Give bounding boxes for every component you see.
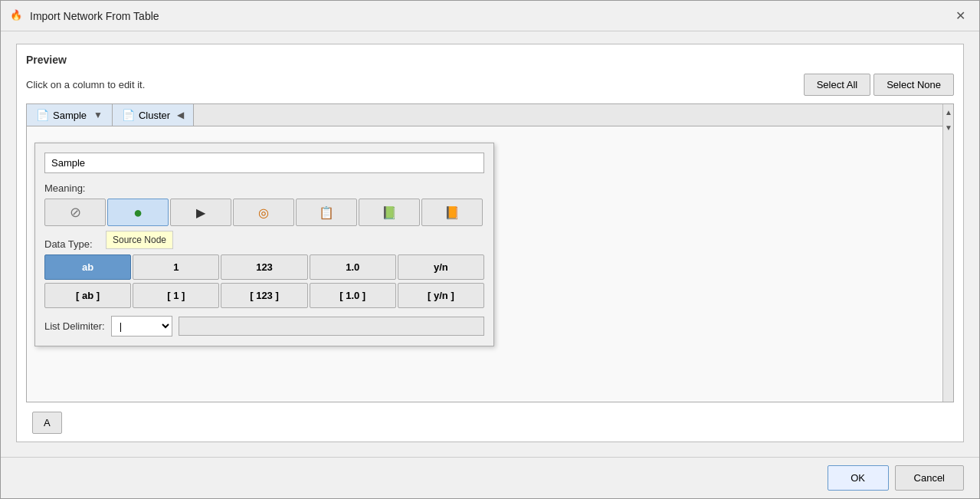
scroll-down-icon: ▼ — [945, 123, 952, 132]
list-delim-select[interactable]: | , ; Tab — [111, 316, 172, 336]
ok-button[interactable]: OK — [828, 465, 889, 491]
sample-tab-icon: 📄 — [36, 109, 49, 121]
window-title: Import Network From Table — [30, 10, 159, 22]
tab-sample-label: Sample — [53, 110, 87, 121]
meaning-source-button[interactable]: ● — [107, 199, 169, 226]
meaning-doc2-button[interactable]: 📗 — [359, 199, 420, 226]
source-icon: ● — [133, 204, 143, 222]
title-bar-left: 🔥 Import Network From Table — [10, 9, 159, 23]
main-dialog: 🔥 Import Network From Table ✕ Preview Cl… — [0, 0, 980, 499]
click-hint: Click on a column to edit it. — [26, 79, 145, 90]
dtype-long-button[interactable]: 123 — [221, 254, 307, 280]
dtype-long-array-button[interactable]: [ 123 ] — [221, 283, 307, 308]
dialog-body: Preview Click on a column to edit it. Se… — [1, 31, 979, 457]
cancel-button[interactable]: Cancel — [895, 465, 964, 491]
select-all-button[interactable]: Select All — [804, 74, 870, 96]
select-none-button[interactable]: Select None — [873, 74, 954, 96]
table-area: 📄 Sample ▼ 📄 Cluster ◀ ▲ — [26, 103, 954, 402]
button-group: Select All Select None — [804, 74, 954, 96]
scrollbar-right[interactable]: ▲ ▼ — [942, 104, 953, 402]
column-name-input[interactable] — [44, 153, 484, 173]
tab-row: 📄 Sample ▼ 📄 Cluster ◀ — [27, 104, 953, 126]
tab-cluster-label: Cluster — [139, 110, 170, 121]
list-delimiter-row: List Delimiter: | , ; Tab — [44, 316, 484, 336]
meaning-buttons: ⊘ ● ▶ ◎ — [44, 199, 484, 226]
dtype-int-button[interactable]: 1 — [133, 254, 219, 280]
list-delim-label: List Delimiter: — [44, 320, 105, 332]
dtype-string-array-button[interactable]: [ ab ] — [44, 283, 131, 308]
scroll-up-icon: ▲ — [945, 108, 952, 117]
doc1-icon: 📋 — [319, 205, 334, 220]
advance-button[interactable]: A — [32, 412, 62, 434]
doc2-icon: 📗 — [382, 205, 397, 220]
edge-icon: ◎ — [258, 205, 269, 220]
meaning-doc3-button[interactable]: 📙 — [421, 199, 483, 226]
scroll-up-button[interactable]: ▲ — [943, 104, 954, 120]
dtype-int-array-button[interactable]: [ 1 ] — [133, 283, 219, 308]
meaning-doc1-button[interactable]: 📋 — [296, 199, 357, 226]
list-delim-input[interactable] — [179, 317, 484, 336]
dtype-row-1: ab 1 123 1.0 y/n — [44, 254, 484, 280]
target-icon: ▶ — [196, 205, 205, 220]
meaning-label: Meaning: — [44, 182, 484, 194]
scroll-down-button[interactable]: ▼ — [943, 120, 954, 135]
tab-sample-arrow[interactable]: ▼ — [93, 110, 103, 120]
no-icon: ⊘ — [70, 204, 81, 221]
meaning-target-button[interactable]: ▶ — [170, 199, 231, 226]
bottom-bar: OK Cancel — [1, 457, 979, 498]
preview-section: Preview Click on a column to edit it. Se… — [16, 44, 964, 442]
app-icon: 🔥 — [10, 9, 24, 23]
cluster-tab-icon: 📄 — [122, 109, 135, 121]
meaning-none-button[interactable]: ⊘ — [44, 199, 106, 226]
dtype-float-button[interactable]: 1.0 — [310, 254, 396, 280]
popup-panel: Meaning: ⊘ ● ▶ — [34, 143, 494, 346]
title-bar: 🔥 Import Network From Table ✕ — [1, 1, 979, 31]
top-bar: Click on a column to edit it. Select All… — [26, 74, 954, 96]
tab-cluster-arrow[interactable]: ◀ — [177, 110, 184, 120]
doc3-icon: 📙 — [444, 205, 460, 220]
dtype-row-2: [ ab ] [ 1 ] [ 123 ] [ 1.0 ] [ y/n ] — [44, 283, 484, 308]
dtype-float-array-button[interactable]: [ 1.0 ] — [310, 283, 396, 308]
dtype-bool-array-button[interactable]: [ y/n ] — [398, 283, 484, 308]
meaning-edge-button[interactable]: ◎ — [233, 199, 294, 226]
tab-cluster[interactable]: 📄 Cluster ◀ — [113, 104, 194, 126]
dtype-string-button[interactable]: ab — [44, 254, 131, 280]
dtype-bool-button[interactable]: y/n — [398, 254, 484, 280]
tooltip-source-node: Source Node — [106, 231, 173, 249]
close-button[interactable]: ✕ — [951, 7, 970, 25]
close-icon: ✕ — [955, 9, 965, 22]
tab-sample[interactable]: 📄 Sample ▼ — [27, 104, 113, 126]
preview-label: Preview — [26, 54, 954, 66]
